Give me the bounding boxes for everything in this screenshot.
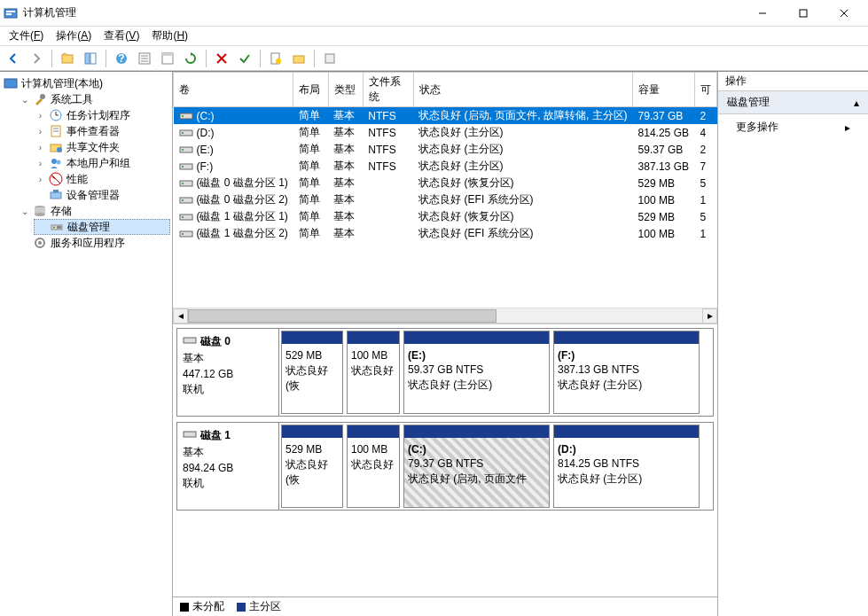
expand-toggle[interactable]: ⌄	[20, 207, 29, 216]
volume-list[interactable]: 卷布局类型文件系统状态容量可 (C:)简单基本NTFS状态良好 (启动, 页面文…	[173, 72, 717, 242]
actions-header: 操作	[718, 72, 868, 91]
open-button[interactable]	[289, 49, 309, 68]
svg-rect-1	[6, 11, 15, 12]
more-actions-item[interactable]: 更多操作 ▸	[718, 114, 868, 140]
new-button[interactable]	[266, 49, 285, 68]
close-button[interactable]	[824, 0, 864, 27]
chevron-right-icon: ▸	[845, 121, 850, 134]
perf-icon	[49, 172, 63, 186]
volume-row-5[interactable]: (磁盘 0 磁盘分区 2)简单基本状态良好 (EFI 系统分区)100 MB1	[174, 191, 717, 208]
volume-row-2[interactable]: (E:)简单基本NTFS状态良好 (主分区)59.37 GB2	[174, 141, 717, 158]
svg-point-58	[182, 183, 184, 184]
tree-item-1-0[interactable]: 磁盘管理	[34, 219, 170, 235]
partition-0-2[interactable]: (E:)59.37 GB NTFS状态良好 (主分区)	[403, 331, 550, 414]
disk-row-1[interactable]: 磁盘 1基本894.24 GB联机529 MB状态良好 (恢100 MB状态良好…	[176, 422, 714, 511]
column-header-2[interactable]: 类型	[328, 73, 363, 107]
partition-1-2[interactable]: (C:)79.37 GB NTFS状态良好 (启动, 页面文件	[403, 425, 550, 508]
column-header-0[interactable]: 卷	[174, 73, 293, 107]
tree-group-0[interactable]: ⌄系统工具	[18, 91, 170, 107]
volume-row-3[interactable]: (F:)简单基本NTFS状态良好 (主分区)387.13 GB7	[174, 158, 717, 175]
partition-status: 状态良好 (启动, 页面文件	[408, 472, 545, 487]
scroll-right-button[interactable]: ▸	[702, 308, 717, 324]
expand-toggle[interactable]: ›	[35, 175, 45, 184]
partition-info: 100 MB	[351, 443, 395, 456]
svg-point-43	[35, 213, 45, 216]
column-header-1[interactable]: 布局	[293, 73, 328, 107]
users-icon	[49, 156, 63, 170]
disk-name: 磁盘 0	[200, 334, 231, 349]
actions-group[interactable]: 磁盘管理 ▴	[718, 91, 868, 114]
tree-group-1[interactable]: ⌄存储	[18, 203, 170, 219]
svg-point-35	[57, 160, 61, 165]
disk-name: 磁盘 1	[200, 428, 231, 443]
svg-rect-39	[51, 192, 61, 199]
svg-point-54	[182, 149, 184, 151]
expand-toggle[interactable]: ›	[35, 111, 45, 121]
expand-toggle[interactable]: ›	[35, 159, 45, 168]
tree-item-0-2[interactable]: ›共享文件夹	[34, 139, 170, 155]
list-view-button[interactable]	[158, 49, 177, 68]
navigation-tree[interactable]: 计算机管理(本地)⌄系统工具›任务计划程序›事件查看器›共享文件夹›本地用户和组…	[0, 72, 173, 616]
disk-graphical-view[interactable]: 磁盘 0基本447.12 GB联机529 MB状态良好 (恢100 MB状态良好…	[173, 324, 717, 597]
partition-1-0[interactable]: 529 MB状态良好 (恢	[281, 425, 343, 508]
delete-button[interactable]	[212, 49, 231, 68]
column-header-5[interactable]: 容量	[633, 73, 695, 107]
partition-0-0[interactable]: 529 MB状态良好 (恢	[281, 331, 343, 414]
disk-header-0[interactable]: 磁盘 0基本447.12 GB联机	[177, 329, 279, 416]
menu-v[interactable]: 查看(V)	[98, 27, 145, 45]
tree-root[interactable]: 计算机管理(本地)	[2, 75, 170, 91]
column-header-6[interactable]: 可	[694, 73, 716, 107]
svg-point-62	[182, 216, 184, 218]
column-header-3[interactable]: 文件系统	[363, 73, 413, 107]
volume-row-4[interactable]: (磁盘 0 磁盘分区 1)简单基本状态良好 (恢复分区)529 MB5	[174, 175, 717, 191]
refresh-button[interactable]	[181, 49, 200, 68]
svg-rect-17	[162, 53, 173, 56]
properties-button[interactable]	[135, 49, 154, 68]
menu-f[interactable]: 文件(F)	[4, 27, 49, 45]
svg-rect-23	[325, 54, 334, 63]
volume-row-1[interactable]: (D:)简单基本NTFS状态良好 (主分区)814.25 GB4	[174, 124, 717, 141]
tree-item-label: 性能	[66, 172, 88, 187]
svg-rect-22	[293, 56, 304, 63]
expand-toggle[interactable]: ›	[35, 127, 45, 136]
tree-item-0-5[interactable]: 设备管理器	[34, 187, 170, 203]
volume-row-7[interactable]: (磁盘 1 磁盘分区 2)简单基本状态良好 (EFI 系统分区)100 MB1	[174, 225, 717, 242]
scroll-left-button[interactable]: ◂	[173, 308, 188, 324]
partition-0-1[interactable]: 100 MB状态良好	[347, 331, 400, 414]
menu-h[interactable]: 帮助(H)	[146, 27, 193, 45]
tree-item-0-0[interactable]: ›任务计划程序	[34, 107, 170, 123]
tree-item-0-1[interactable]: ›事件查看器	[34, 123, 170, 139]
expand-toggle[interactable]: ⌄	[20, 95, 29, 105]
volume-row-0[interactable]: (C:)简单基本NTFS状态良好 (启动, 页面文件, 故障转储, 主分区)79…	[174, 107, 717, 125]
show-hide-tree-button[interactable]	[81, 49, 100, 68]
svg-point-34	[51, 159, 57, 164]
up-button[interactable]	[58, 49, 77, 68]
minimize-button[interactable]	[742, 0, 783, 27]
partition-1-3[interactable]: (D:)814.25 GB NTFS状态良好 (主分区)	[553, 425, 700, 508]
svg-point-33	[57, 147, 62, 152]
tree-item-0-4[interactable]: ›性能	[34, 171, 170, 187]
svg-rect-46	[57, 226, 61, 229]
expand-toggle[interactable]: ›	[35, 143, 45, 152]
maximize-button[interactable]	[783, 0, 824, 27]
action-button[interactable]	[320, 49, 340, 68]
back-button[interactable]	[4, 49, 23, 68]
partition-0-3[interactable]: (F:)387.13 GB NTFS状态良好 (主分区)	[553, 331, 700, 414]
disk-header-1[interactable]: 磁盘 1基本894.24 GB联机	[177, 423, 279, 510]
legend-primary: 主分区	[249, 600, 281, 612]
disk-row-0[interactable]: 磁盘 0基本447.12 GB联机529 MB状态良好 (恢100 MB状态良好…	[176, 328, 714, 417]
tree-item-0-3[interactable]: ›本地用户和组	[34, 155, 170, 171]
help-button[interactable]: ?	[112, 49, 131, 68]
check-button[interactable]	[235, 49, 254, 68]
partition-1-1[interactable]: 100 MB状态良好	[347, 425, 400, 508]
column-header-4[interactable]: 状态	[413, 73, 632, 107]
forward-button[interactable]	[27, 49, 46, 68]
partition-title: (D:)	[558, 443, 695, 456]
horizontal-scrollbar[interactable]: ◂ ▸	[173, 308, 717, 323]
menu-a[interactable]: 操作(A)	[51, 27, 97, 45]
disk-size: 894.24 GB	[183, 462, 273, 474]
volume-row-6[interactable]: (磁盘 1 磁盘分区 1)简单基本状态良好 (恢复分区)529 MB5	[174, 208, 717, 225]
tree-group-2[interactable]: 服务和应用程序	[18, 235, 170, 251]
svg-line-38	[51, 175, 60, 183]
event-icon	[49, 124, 63, 138]
